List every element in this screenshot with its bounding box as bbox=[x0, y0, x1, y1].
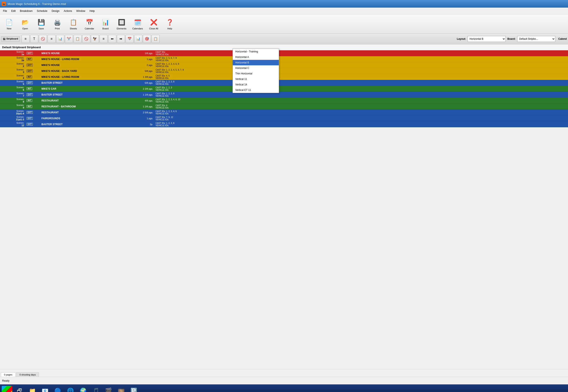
location-cell: RESTAURANT bbox=[40, 110, 129, 115]
table-row[interactable]: Scenes: 11pt1-3 EXT FAIRGROUNDS 1 pgs. C… bbox=[0, 115, 568, 121]
calendar-icon: 📅 bbox=[85, 18, 94, 27]
stripboard-panel-label: 🎬 Stripboard bbox=[1, 36, 20, 42]
toolbar-btn-calendars[interactable]: 🗓️Calendars bbox=[130, 15, 145, 32]
new-icon: 📄 bbox=[5, 18, 14, 27]
table-row[interactable]: Scenes: 7 EXT BAXTER STREET 1 1/8 pgs. C… bbox=[0, 92, 568, 98]
cast-cell: CAST IDs: 7, 9, 12 VEHICLE IDs: bbox=[154, 115, 568, 121]
toolbar-btn-elements[interactable]: 🔲Elements bbox=[114, 15, 129, 32]
menu-item-file[interactable]: File bbox=[1, 9, 9, 13]
board-select[interactable]: Default Stripbo... bbox=[517, 36, 555, 42]
scene-num-cell: Scenes: 9 bbox=[0, 104, 25, 110]
sb-button-7[interactable]: 📋 bbox=[74, 35, 82, 43]
table-row[interactable]: Scenes: 8 INT RESTAURANT 4/8 pgs. CAST I… bbox=[0, 98, 568, 104]
location-cell: MIKE'S CAR bbox=[40, 86, 129, 92]
taskbar-btn-spotify[interactable]: 🎵 bbox=[90, 386, 101, 392]
table-row[interactable]: Scenes: 6 INT MIKE'S CAR 2 2/8 pgs. CAST… bbox=[0, 86, 568, 92]
toolbar-btn-sheets[interactable]: 📋Sheets bbox=[66, 15, 81, 32]
table-row[interactable]: Scenes: 4 INT MIKE'S HOUSE - LIVING ROOM… bbox=[0, 74, 568, 80]
dropdown-item[interactable]: Vertical 11 bbox=[233, 76, 279, 82]
sb-button-4[interactable]: ≡ bbox=[48, 35, 55, 43]
table-row[interactable]: Scenes: 12 EXT BAXTER STREET 2p. CAST ID… bbox=[0, 121, 568, 127]
cast-cell: CAST IDs: 1, 2, 3, 4, 6 VEHICLE IDs: bbox=[154, 110, 568, 115]
table-row[interactable]: Scenes: 1a EXT MIKE'S HOUSE 1/8 pgs. CAS… bbox=[0, 50, 568, 56]
sb-button-16[interactable]: 📋 bbox=[152, 35, 160, 43]
layout-dropdown: Horizontal - TrainingHorizontal AHorizon… bbox=[233, 49, 279, 93]
open-icon: 📂 bbox=[21, 18, 30, 27]
pages-cell: 5/8 pgs. bbox=[129, 68, 154, 74]
taskbar-btn-ie[interactable]: 🌐 bbox=[65, 386, 76, 392]
sb-button-6[interactable]: ✂️ bbox=[65, 35, 73, 43]
table-row[interactable]: Scenes: 2 EXT MIKE'S HOUSE 2 pgs. CAST I… bbox=[0, 62, 568, 68]
dropdown-item[interactable]: Horizontal - Training bbox=[233, 49, 279, 54]
int-ext-cell: INT bbox=[25, 98, 40, 104]
table-row[interactable]: Scenes: 5 EXT BAXTER STREET 5/8 pgs. CAS… bbox=[0, 80, 568, 86]
save-icon: 💾 bbox=[37, 18, 46, 27]
taskbar-btn-outlook[interactable]: 📧 bbox=[40, 386, 50, 392]
sb-button-13[interactable]: 📅 bbox=[125, 35, 134, 43]
table-row[interactable]: Scenes: 3 EXT MIKE'S HOUSE - BACK YARD 5… bbox=[0, 68, 568, 74]
dropdown-item[interactable]: Vertical 14 bbox=[233, 82, 279, 87]
menu-item-window[interactable]: Window bbox=[74, 9, 87, 13]
sb-button-10[interactable]: ≡ bbox=[99, 35, 108, 43]
windows-start-button[interactable] bbox=[2, 386, 12, 392]
cast-cell: CAST IDs: 1, 2, 3 VEHICLE IDs: bbox=[154, 86, 568, 92]
toolbar-btn-print[interactable]: 🖨️Print bbox=[50, 15, 65, 32]
menu-item-design[interactable]: Design bbox=[49, 9, 61, 13]
toolbar-btn-help[interactable]: ❓Help bbox=[162, 15, 177, 32]
int-ext-cell: EXT bbox=[25, 92, 40, 98]
table-row[interactable]: Scenes: 10pt1-4 EXT RESTAURANT 2 5/8 pgs… bbox=[0, 110, 568, 115]
taskbar-btn-screen-recorder[interactable]: 🎞️ bbox=[116, 386, 126, 392]
stripboard-title: Default Stripboard Stripboard bbox=[0, 44, 568, 50]
menu-item-edit[interactable]: Edit bbox=[9, 9, 18, 13]
window-title: Movie Magic Scheduling 6 - Training Demo… bbox=[8, 2, 66, 5]
taskbar-btn-powerpoint[interactable]: 🅿️ bbox=[128, 386, 139, 392]
scene-num-cell: Scenes: 2 bbox=[0, 62, 25, 68]
int-ext-cell: EXT bbox=[25, 68, 40, 74]
sb-button-2[interactable]: T bbox=[30, 35, 38, 43]
taskbar-btn-video-player[interactable]: 🎬 bbox=[103, 386, 114, 392]
taskbar-btn-file-explorer[interactable]: 📁 bbox=[27, 386, 38, 392]
sb-button-11[interactable]: ⬅ bbox=[108, 35, 116, 43]
toolbar-btn-open[interactable]: 📂Open bbox=[18, 15, 33, 32]
scene-table-container[interactable]: Scenes: 1a EXT MIKE'S HOUSE 1/8 pgs. CAS… bbox=[0, 50, 568, 369]
sb-button-9[interactable]: 🦅 bbox=[91, 35, 99, 43]
location-cell: MIKE'S HOUSE bbox=[40, 62, 129, 68]
sb-button-1[interactable]: ≡ bbox=[22, 35, 30, 43]
toolbar-btn-calendar[interactable]: 📅Calendar bbox=[82, 15, 97, 32]
taskbar-btn-skype[interactable]: 🔵 bbox=[52, 386, 63, 392]
sb-button-3[interactable]: 🚫 bbox=[39, 35, 47, 43]
toolbar-btn-board[interactable]: 📊Board bbox=[98, 15, 113, 32]
menu-item-help[interactable]: Help bbox=[87, 9, 97, 13]
table-row[interactable]: Scenes: 9 INT RESTAURANT - BATHROOM 1 2/… bbox=[0, 104, 568, 110]
cast-cell: CAST IDs: VEHICLE IDs: bbox=[154, 50, 568, 56]
menu-item-schedule[interactable]: Schedule bbox=[35, 9, 49, 13]
calendars-icon: 🗓️ bbox=[133, 18, 142, 27]
sb-button-5[interactable]: 📊 bbox=[56, 35, 64, 43]
menu-item-actions[interactable]: Actions bbox=[61, 9, 74, 13]
dropdown-item[interactable]: Vertical ET 11 bbox=[233, 87, 279, 93]
dropdown-item[interactable]: Horizontal B bbox=[233, 60, 279, 65]
dropdown-item[interactable]: Horizontal A bbox=[233, 54, 279, 60]
pages-cell: 2p. bbox=[129, 121, 154, 127]
status-text: Ready bbox=[2, 379, 10, 382]
print-icon: 🖨️ bbox=[53, 18, 62, 27]
sb-button-12[interactable]: ➡ bbox=[117, 35, 125, 43]
toolbar-btn-close_all[interactable]: ❌Close All bbox=[146, 15, 161, 32]
toolbar-btn-new[interactable]: 📄New bbox=[2, 15, 16, 32]
toolbar-btn-save[interactable]: 💾Save bbox=[34, 15, 49, 32]
pages-cell: 1 3/8 pgs. bbox=[129, 74, 154, 80]
dropdown-item[interactable]: Horizontal C bbox=[233, 65, 279, 71]
layout-select[interactable]: Horizontal B bbox=[468, 36, 506, 42]
dropdown-item[interactable]: Thin Horizontal bbox=[233, 71, 279, 76]
taskbar-btn-chrome[interactable]: 🌍 bbox=[78, 386, 88, 392]
menu-item-breakdown[interactable]: Breakdown bbox=[18, 9, 35, 13]
elements-icon: 🔲 bbox=[117, 18, 126, 27]
sb-button-14[interactable]: 📊 bbox=[134, 35, 142, 43]
table-row[interactable]: Scenes: 1b INT MIKE'S HOUSE - LIVING ROO… bbox=[0, 56, 568, 62]
sheets-icon: 📋 bbox=[69, 18, 78, 27]
sb-button-8[interactable]: 🚫 bbox=[82, 35, 90, 43]
sb-button-15[interactable]: 🎯 bbox=[143, 35, 151, 43]
bottom-tab[interactable]: 0 shooting days bbox=[16, 372, 39, 377]
bottom-tab[interactable]: 0 pages bbox=[1, 372, 15, 377]
taskbar-btn-task-view[interactable]: 🗗 bbox=[14, 386, 25, 392]
